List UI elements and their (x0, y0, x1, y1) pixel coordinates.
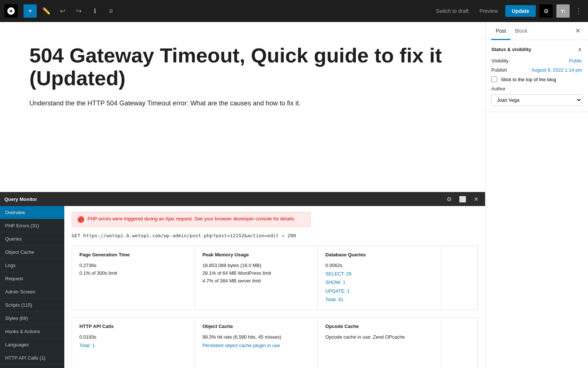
stick-to-top-label: Stick to the top of the blog (501, 77, 556, 82)
qm-stats-grid-1: Page Generation Time 0.2736s0.1% of 300s… (72, 246, 478, 310)
qm-expand-button[interactable]: ⬜ (457, 195, 469, 203)
stat-db-queries-title: Database Queries (325, 252, 433, 257)
stat-db-update[interactable]: UPDATE: 1 (325, 287, 433, 295)
sidebar-item-object-cache[interactable]: Object Cache (0, 246, 64, 259)
qm-error-text: PHP errors were triggered during an Ajax… (87, 216, 295, 221)
sidebar-item-request[interactable]: Request (0, 272, 64, 285)
publish-row: Publish August 9, 2022 1:14 pm (491, 67, 582, 73)
stat-http-api-title: HTTP API Calls (79, 324, 187, 329)
stat-db-queries: Database Queries 0.0062s SELECT: 29 SHOW… (318, 246, 441, 310)
sidebar-item-hooks-actions[interactable]: Hooks & Actions (0, 325, 64, 338)
status-visibility-section: Status & visibility ∧ Visibility Public … (485, 40, 588, 112)
tab-block[interactable]: Block (510, 22, 532, 40)
sidebar-item-admin-screen[interactable]: Admin Screen (0, 285, 64, 299)
sidebar-item-php-errors[interactable]: PHP Errors (31) (0, 219, 64, 232)
sidebar-item-overview[interactable]: Overview (0, 206, 64, 219)
visibility-value[interactable]: Public (569, 58, 582, 64)
redo-button[interactable]: ↪ (72, 4, 85, 18)
qm-sidebar: Overview PHP Errors (31) Queries Object … (0, 206, 64, 368)
stat-object-cache: Object Cache 99.3% hit rate (6,580 hits,… (195, 318, 318, 368)
yoast-icon[interactable]: Y: (556, 4, 570, 18)
sidebar-item-http-api[interactable]: HTTP API Calls (1) (0, 351, 64, 365)
more-options-button[interactable]: ⋮ (573, 5, 584, 17)
right-panel: Post Block ✕ Status & visibility ∧ Visib… (485, 22, 588, 368)
visibility-row: Visibility Public (491, 58, 582, 64)
update-button[interactable]: Update (505, 5, 536, 17)
query-monitor-panel: Query Monitor ⚙ ⬜ ✕ Overview PHP Errors … (0, 192, 485, 368)
editor-content[interactable]: 504 Gateway Timeout, Quick guide to fix … (0, 22, 485, 192)
right-panel-tabs: Post Block ✕ (485, 22, 588, 40)
publish-value[interactable]: August 9, 2022 1:14 pm (531, 67, 582, 73)
stat-db-show[interactable]: SHOW: 1 (325, 278, 433, 286)
stat-peak-memory: Peak Memory Usage 18,853,088 bytes (18.0… (195, 246, 318, 310)
sidebar-item-logs[interactable]: Logs (0, 259, 64, 272)
stat-opcode-cache: Opcode Cache Opcode cache in use: Zend O… (318, 318, 441, 368)
list-view-button[interactable]: ≡ (104, 4, 118, 18)
post-title[interactable]: 504 Gateway Timeout, Quick guide to fix … (29, 44, 456, 89)
qm-settings-button[interactable]: ⚙ (444, 195, 454, 203)
toolbar: + ✏️ ↩ ↪ ℹ ≡ Switch to draft Preview Upd… (0, 0, 588, 22)
stat-page-gen-value: 0.2736s0.1% of 300s limit (79, 262, 187, 277)
stat-http-api-time: 0.0193s (79, 333, 187, 341)
post-subtitle[interactable]: Understand the the HTTP 504 Gateway Time… (29, 98, 456, 109)
settings-button[interactable]: ⚙ (539, 4, 553, 18)
stick-checkbox-row: Stick to the top of the blog (491, 76, 582, 82)
toolbar-right: Switch to draft Preview Update ⚙ Y: ⋮ (432, 4, 584, 18)
main-area: 504 Gateway Timeout, Quick guide to fix … (0, 22, 588, 368)
stat-peak-memory-value: 18,853,088 bytes (18.0 MB) 28.1% of 64 M… (202, 262, 311, 285)
qm-title: Query Monitor (4, 196, 444, 202)
qm-error-banner: 🔴 PHP errors were triggered during an Aj… (72, 212, 311, 227)
section-title-status: Status & visibility (491, 47, 531, 52)
add-block-button[interactable]: + (24, 4, 37, 18)
undo-button[interactable]: ↩ (56, 4, 69, 18)
sidebar-item-transient[interactable]: Transient Updates (0, 365, 64, 368)
stat-object-cache-plugin[interactable]: Persistent object cache plugin in use (202, 341, 311, 350)
publish-label: Publish (491, 67, 507, 73)
tab-post[interactable]: Post (491, 22, 510, 40)
qm-content: 🔴 PHP errors were triggered during an Aj… (64, 206, 485, 368)
preview-button[interactable]: Preview (476, 6, 502, 16)
stat-http-api-total[interactable]: Total: 1 (79, 341, 187, 350)
sidebar-item-styles[interactable]: Styles (69) (0, 312, 64, 325)
qm-body: Overview PHP Errors (31) Queries Object … (0, 206, 485, 368)
sidebar-item-languages[interactable]: Languages (0, 338, 64, 351)
author-select[interactable]: Joan Vega (491, 94, 582, 106)
author-label: Author (491, 86, 582, 91)
wp-logo (4, 4, 18, 18)
sidebar-item-queries[interactable]: Queries (0, 232, 64, 246)
qm-header: Query Monitor ⚙ ⬜ ✕ (0, 192, 485, 206)
stat-http-api: HTTP API Calls 0.0193s Total: 1 (72, 318, 195, 368)
stick-to-top-checkbox[interactable] (491, 76, 497, 82)
qm-request-url: GET https://wetopi.b.wetopi.com/wp-admin… (72, 233, 478, 238)
stat-opcode-cache-title: Opcode Cache (325, 324, 433, 329)
stat-page-gen-title: Page Generation Time (79, 252, 187, 257)
editor-area: 504 Gateway Timeout, Quick guide to fix … (0, 22, 485, 368)
stat-empty-2 (441, 318, 478, 368)
stat-object-cache-hit: 99.3% hit rate (6,580 hits, 45 misses) (202, 333, 311, 341)
right-panel-close-button[interactable]: ✕ (574, 25, 582, 36)
qm-error-icon: 🔴 (77, 216, 85, 223)
section-toggle-status[interactable]: ∧ (578, 46, 582, 53)
qm-close-button[interactable]: ✕ (472, 195, 481, 203)
info-button[interactable]: ℹ (88, 4, 101, 18)
qm-header-icons: ⚙ ⬜ ✕ (444, 195, 481, 203)
stat-empty (441, 246, 478, 310)
stat-page-gen: Page Generation Time 0.2736s0.1% of 300s… (72, 246, 195, 310)
stat-db-total[interactable]: Total: 31 (325, 295, 433, 304)
stat-db-queries-time: 0.0062s (325, 262, 433, 270)
section-header-status: Status & visibility ∧ (491, 46, 582, 53)
stat-opcode-cache-value: Opcode cache in use: Zend OPcache (325, 333, 433, 341)
visibility-label: Visibility (491, 58, 509, 64)
stat-object-cache-title: Object Cache (202, 324, 311, 329)
stat-peak-memory-title: Peak Memory Usage (202, 252, 311, 257)
qm-stats-grid-2: HTTP API Calls 0.0193s Total: 1 Object C… (72, 317, 478, 368)
stat-db-select[interactable]: SELECT: 29 (325, 270, 433, 278)
switch-draft-button[interactable]: Switch to draft (432, 6, 472, 16)
sidebar-item-scripts[interactable]: Scripts (115) (0, 299, 64, 312)
edit-mode-button[interactable]: ✏️ (40, 4, 53, 18)
